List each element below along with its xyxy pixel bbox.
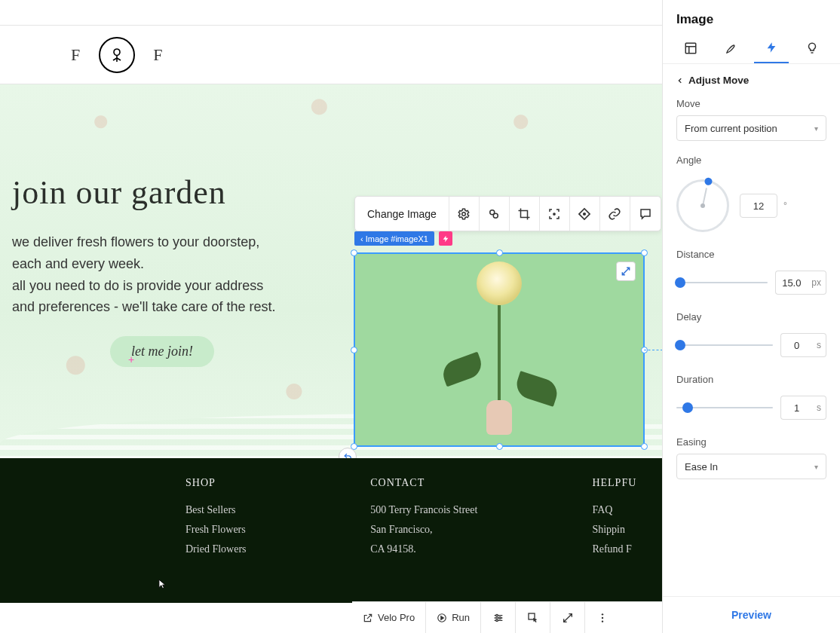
angle-dial[interactable] xyxy=(676,179,729,232)
selected-image[interactable] xyxy=(354,253,644,446)
duration-slider[interactable] xyxy=(676,407,773,408)
distance-unit: px xyxy=(807,271,826,295)
velo-pro-button[interactable]: Velo Pro xyxy=(352,602,426,633)
more-button[interactable] xyxy=(585,602,620,633)
tab-design[interactable] xyxy=(714,33,749,63)
tab-animation[interactable] xyxy=(754,33,789,63)
footer-col-shop: SHOP Best Sellers Fresh Flowers Dried Fl… xyxy=(185,477,325,555)
footer-line: CA 94158. xyxy=(370,543,538,555)
focal-point-icon[interactable] xyxy=(540,197,570,231)
slider-thumb[interactable] xyxy=(675,277,685,288)
animation-icon[interactable] xyxy=(570,197,600,231)
slider-thumb[interactable] xyxy=(682,402,693,413)
svg-point-13 xyxy=(602,620,603,622)
resize-handle[interactable] xyxy=(351,347,357,353)
hero-line: and preferences - we'll take care of the… xyxy=(12,296,276,318)
footer-link[interactable]: Shippin xyxy=(592,524,662,536)
tab-layout[interactable] xyxy=(673,33,708,63)
logo-group: F F xyxy=(71,37,164,73)
resize-handle[interactable] xyxy=(641,249,648,256)
expand-icon[interactable] xyxy=(616,261,636,281)
preview-button[interactable]: Preview xyxy=(731,609,771,621)
svg-point-9 xyxy=(495,619,498,622)
hero-line: each and every week. xyxy=(12,253,276,275)
comment-icon[interactable] xyxy=(630,197,661,231)
angle-handle[interactable] xyxy=(704,177,713,186)
delay-input[interactable]: 0 xyxy=(780,333,812,357)
selected-image-wrap[interactable] xyxy=(354,253,644,446)
delay-slider[interactable] xyxy=(676,344,773,346)
run-button[interactable]: Run xyxy=(426,602,481,633)
footer-col-links: HELPFU FAQ Shippin Refund F xyxy=(592,477,662,555)
velo-pro-label: Velo Pro xyxy=(378,612,415,623)
link-icon[interactable] xyxy=(600,197,630,231)
hero-line: we deliver fresh flowers to your doorste… xyxy=(12,231,276,253)
svg-point-3 xyxy=(553,213,555,214)
run-label: Run xyxy=(452,612,470,623)
chevron-down-icon: ▾ xyxy=(814,463,818,471)
footer-link[interactable]: Refund F xyxy=(592,543,662,555)
resize-handle[interactable] xyxy=(496,443,503,450)
duration-unit: s xyxy=(812,396,826,420)
element-badge[interactable]: ‹ Image #imageX1 xyxy=(354,231,434,246)
element-badge-row: ‹ Image #imageX1 xyxy=(354,231,452,246)
element-badge-label: Image #imageX1 xyxy=(366,234,428,243)
footer-link[interactable]: Dried Flowers xyxy=(185,543,325,555)
hero-text: join our garden we deliver fresh flowers… xyxy=(12,173,276,367)
change-image-button[interactable]: Change Image xyxy=(355,197,449,231)
fullscreen-button[interactable] xyxy=(550,602,585,633)
footer-line: 500 Terry Francois Street xyxy=(370,504,538,516)
duration-label: Duration xyxy=(676,374,826,385)
svg-point-12 xyxy=(602,616,603,618)
angle-input[interactable]: 12 xyxy=(740,194,777,218)
join-button[interactable]: let me join! xyxy=(110,336,214,367)
chevron-down-icon: ▾ xyxy=(814,124,818,133)
panel-back-label: Adjust Move xyxy=(688,75,749,86)
hero-body[interactable]: we deliver fresh flowers to your doorste… xyxy=(12,231,276,318)
delay-unit: s xyxy=(812,333,826,357)
hero-line: all you need to do is provide your addre… xyxy=(12,275,276,297)
svg-point-8 xyxy=(498,616,501,619)
panel-title: Image xyxy=(663,0,840,33)
footer-link[interactable]: Fresh Flowers xyxy=(185,524,325,536)
footer-heading-links: HELPFU xyxy=(592,477,662,489)
distance-input[interactable]: 15.0 xyxy=(775,271,807,295)
easing-select[interactable]: Ease In ▾ xyxy=(676,454,826,479)
move-select[interactable]: From current position ▾ xyxy=(676,115,826,141)
delay-label: Delay xyxy=(676,311,826,323)
guide-line xyxy=(644,350,663,350)
svg-point-5 xyxy=(584,213,586,215)
footer-col-contact: CONTACT 500 Terry Francois Street San Fr… xyxy=(370,477,538,555)
svg-point-11 xyxy=(602,613,603,615)
resize-handle[interactable] xyxy=(351,249,357,256)
resize-handle[interactable] xyxy=(496,249,503,256)
bottom-toolbar: Velo Pro Run xyxy=(352,601,662,633)
distance-slider[interactable] xyxy=(676,282,768,283)
settings-icon[interactable] xyxy=(449,197,480,231)
tab-help[interactable] xyxy=(795,33,829,63)
logo-letter-left: F xyxy=(71,45,81,65)
mask-icon[interactable] xyxy=(480,197,510,231)
properties-panel-button[interactable] xyxy=(481,602,516,633)
move-label: Move xyxy=(676,98,826,109)
svg-point-0 xyxy=(462,212,466,216)
svg-point-7 xyxy=(495,614,498,616)
site-footer: SHOP Best Sellers Fresh Flowers Dried Fl… xyxy=(0,458,662,603)
logo-letter-right: F xyxy=(153,45,163,65)
svg-point-2 xyxy=(494,213,498,218)
footer-link[interactable]: Best Sellers xyxy=(185,504,325,516)
duration-input[interactable]: 1 xyxy=(780,396,812,420)
resize-handle[interactable] xyxy=(641,443,648,450)
panel-back[interactable]: Adjust Move xyxy=(663,64,840,90)
inspect-button[interactable] xyxy=(516,602,550,633)
footer-link[interactable]: FAQ xyxy=(592,504,662,516)
chevron-left-icon: ‹ xyxy=(360,234,363,243)
animation-badge[interactable] xyxy=(439,231,452,246)
crop-icon[interactable] xyxy=(510,197,540,231)
hero-title[interactable]: join our garden xyxy=(12,173,276,212)
slider-thumb[interactable] xyxy=(675,340,685,350)
chevron-left-icon xyxy=(676,76,684,85)
image-toolbar: Change Image xyxy=(354,196,661,231)
footer-heading-shop: SHOP xyxy=(185,477,325,489)
preview-row: Preview xyxy=(663,596,840,633)
